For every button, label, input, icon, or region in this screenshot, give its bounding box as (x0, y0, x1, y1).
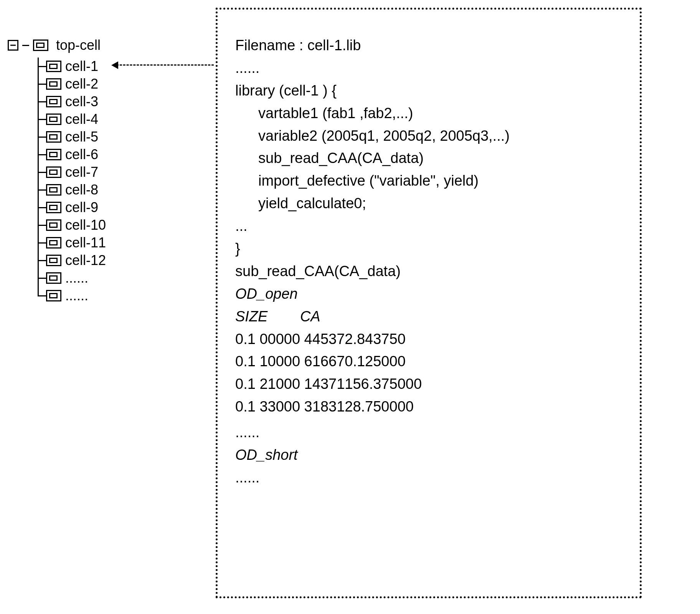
tree-connector (22, 45, 29, 46)
library-open: library (cell-1 ) { (235, 79, 624, 102)
cell-icon (46, 184, 61, 196)
tree-node[interactable]: cell-7 (38, 163, 106, 181)
tree-node[interactable]: ...... (38, 287, 106, 305)
tree-connector (38, 84, 46, 85)
tree-connector (38, 172, 46, 173)
data-row: 0.1 00000 445372.843750 (235, 328, 624, 351)
tree-connector (38, 260, 46, 261)
expand-icon[interactable] (8, 40, 18, 51)
node-label: cell-9 (65, 201, 98, 214)
cell-icon (46, 219, 61, 231)
tree-node[interactable]: cell-2 (38, 75, 106, 93)
tree-node[interactable]: cell-4 (38, 110, 106, 128)
tree-node[interactable]: cell-3 (38, 93, 106, 110)
cell-icon (46, 131, 61, 143)
cell-icon (46, 166, 61, 178)
tree-node[interactable]: cell-6 (38, 146, 106, 163)
cell-icon (46, 96, 61, 107)
code-line: import_defective ("variable", yield) (258, 170, 624, 192)
ellipsis: ...... (235, 466, 624, 489)
cell-icon (46, 237, 61, 249)
tree-node[interactable]: cell-8 (38, 181, 106, 199)
tree-connector (38, 137, 46, 138)
tree-connector (38, 242, 46, 244)
tree-node[interactable]: cell-1 (38, 58, 106, 75)
library-close: } (235, 237, 624, 260)
data-row: 0.1 10000 616670.125000 (235, 350, 624, 373)
cell-icon (46, 255, 61, 266)
node-label: ...... (65, 289, 88, 303)
tree-root[interactable]: top-cell (8, 38, 106, 52)
data-row: 0.1 21000 14371156.375000 (235, 373, 624, 395)
node-label: cell-2 (65, 77, 98, 91)
code-line: yield_calculate0; (258, 192, 624, 215)
tree-connector (38, 119, 46, 120)
code-line: variable2 (2005q1, 2005q2, 2005q3,...) (258, 125, 624, 147)
table-header: SIZE CA (235, 305, 624, 328)
tree-node[interactable]: cell-12 (38, 252, 106, 269)
tree-node[interactable]: ...... (38, 269, 106, 287)
file-content-panel: Filename : cell-1.lib ...... library (ce… (216, 8, 642, 598)
cell-icon (46, 149, 61, 160)
section-od-open: OD_open (235, 283, 624, 305)
tree-node[interactable]: cell-9 (38, 199, 106, 216)
tree-connector (38, 207, 46, 208)
tree-children: cell-1 cell-2 cell-3 cell-4 cell-5 (38, 58, 106, 305)
tree-node[interactable]: cell-10 (38, 216, 106, 234)
code-line: vartable1 (fab1 ,fab2,...) (258, 102, 624, 125)
tree-connector (38, 101, 46, 102)
node-label: cell-4 (65, 112, 98, 126)
tree-connector (38, 66, 46, 67)
node-label: cell-3 (65, 95, 98, 109)
hierarchy-tree: top-cell cell-1 cell-2 cell-3 (8, 38, 106, 305)
node-label: cell-12 (65, 254, 106, 267)
data-row: 0.1 33000 3183128.750000 (235, 395, 624, 418)
tree-connector (38, 278, 46, 279)
cell-icon (46, 202, 61, 213)
ellipsis: ...... (235, 421, 624, 444)
node-label: cell-1 (65, 59, 98, 73)
section-od-short: OD_short (235, 444, 624, 466)
node-label: cell-8 (65, 183, 98, 197)
cell-icon (46, 61, 61, 72)
tree-node[interactable]: cell-11 (38, 234, 106, 252)
tree-node[interactable]: cell-5 (38, 128, 106, 146)
node-label: cell-5 (65, 130, 98, 144)
sub-call: sub_read_CAA(CA_data) (235, 260, 624, 283)
cell-icon (33, 40, 48, 51)
cell-icon (46, 78, 61, 90)
root-label: top-cell (56, 38, 101, 52)
cell-icon (46, 290, 61, 301)
node-label: cell-10 (65, 218, 106, 232)
tree-connector (38, 295, 46, 296)
node-label: cell-6 (65, 148, 98, 161)
tree-connector (38, 189, 46, 191)
cell-icon (46, 114, 61, 125)
tree-connector (38, 225, 46, 226)
node-label: cell-7 (65, 165, 98, 179)
cell-icon (46, 272, 61, 284)
ellipsis: ... (235, 215, 624, 237)
filename-header: Filename : cell-1.lib (235, 34, 624, 57)
code-line: sub_read_CAA(CA_data) (258, 147, 624, 170)
node-label: cell-11 (65, 236, 106, 250)
reference-arrow-head-icon (111, 61, 118, 69)
reference-arrow-line (116, 64, 214, 66)
tree-connector (38, 154, 46, 155)
node-label: ...... (65, 271, 88, 285)
ellipsis: ...... (235, 57, 624, 79)
